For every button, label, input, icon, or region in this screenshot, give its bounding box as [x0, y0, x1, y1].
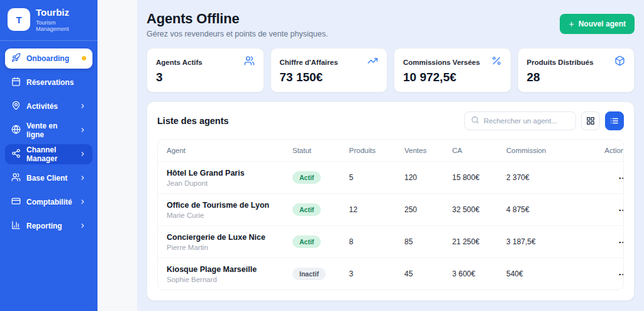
table-row[interactable]: Kiosque Plage Marseille Sophie Bernard I… — [158, 257, 623, 290]
chevron-right-icon — [79, 198, 86, 205]
agent-ventes: 85 — [404, 237, 452, 246]
stat-label: Commissions Versées — [403, 59, 480, 66]
trending-up-icon — [367, 55, 378, 69]
sidebar-item-label: Channel Manager — [26, 145, 72, 163]
brand-initial: T — [16, 14, 21, 25]
notification-dot-icon — [82, 56, 86, 60]
agent-name: Kiosque Plage Marseille — [167, 264, 292, 274]
agent-search-input[interactable] — [484, 117, 569, 125]
row-actions-button[interactable]: ⋯ — [618, 268, 624, 280]
sidebar-item-label: Activités — [26, 102, 58, 111]
sidebar-item-channel-manager[interactable]: Channel Manager — [5, 144, 92, 164]
agent-name: Hôtel Le Grand Paris — [167, 168, 292, 178]
row-actions-button[interactable]: ⋯ — [618, 236, 624, 248]
users-icon — [244, 55, 255, 69]
agent-ventes: 45 — [404, 269, 452, 278]
list-icon — [610, 116, 619, 125]
agent-ventes: 120 — [404, 173, 452, 182]
stat-label: Produits Distribués — [527, 59, 594, 66]
table-header-row: Agent Statut Produits Ventes CA Commissi… — [158, 140, 623, 161]
stat-label: Chiffre d'Affaires — [280, 59, 338, 66]
sidebar-item-base-client[interactable]: Base Client — [5, 168, 92, 188]
brand-tagline: Tourism Management — [36, 20, 90, 32]
status-badge: Actif — [292, 203, 321, 216]
agent-ca: 32 500€ — [452, 205, 506, 214]
agent-contact: Marie Curie — [167, 212, 292, 219]
status-badge: Actif — [292, 235, 321, 248]
sidebar-nav: Onboarding Réservations Activités Vente … — [0, 41, 97, 244]
table-row[interactable]: Office de Tourisme de Lyon Marie Curie A… — [158, 193, 623, 225]
new-agent-label: Nouvel agent — [579, 20, 626, 28]
sidebar-item-vente-en-ligne[interactable]: Vente en ligne — [5, 120, 92, 140]
search-icon — [471, 115, 479, 127]
map-pin-icon — [11, 101, 21, 112]
chevron-right-icon — [79, 127, 86, 133]
sidebar-item-activites[interactable]: Activités — [5, 96, 92, 116]
page-subtitle: Gérez vos revendeurs et points de vente … — [147, 30, 328, 38]
package-icon — [614, 55, 625, 69]
agent-commission: 3 187,5€ — [506, 237, 593, 246]
list-view-button[interactable] — [605, 111, 624, 130]
rocket-icon — [11, 53, 21, 64]
agent-produits: 8 — [349, 237, 404, 246]
agent-ca: 3 600€ — [452, 269, 506, 278]
sidebar-item-label: Onboarding — [26, 54, 69, 63]
agent-ventes: 250 — [404, 205, 452, 214]
agent-produits: 3 — [349, 269, 404, 278]
agent-contact: Jean Dupont — [167, 179, 292, 187]
chevron-right-icon — [79, 222, 86, 229]
sidebar-item-onboarding[interactable]: Onboarding — [5, 48, 92, 69]
agent-search[interactable] — [464, 111, 576, 130]
sidebar-item-reporting[interactable]: Reporting — [5, 216, 92, 236]
grid-view-button[interactable] — [581, 111, 600, 130]
stat-value: 73 150€ — [280, 71, 379, 84]
stat-value: 28 — [527, 71, 626, 84]
globe-icon — [11, 125, 21, 136]
users-icon — [11, 172, 21, 184]
row-actions-button[interactable]: ⋯ — [618, 204, 624, 216]
brand-logo: T — [8, 8, 30, 31]
stat-card-chiffre-affaires: Chiffre d'Affaires 73 150€ — [270, 48, 388, 93]
col-statut: Statut — [292, 147, 349, 154]
page-title: Agents Offline — [147, 11, 328, 27]
stat-label: Agents Actifs — [156, 59, 203, 66]
chevron-right-icon — [79, 103, 86, 110]
sidebar-item-label: Base Client — [26, 174, 67, 183]
agents-panel: Liste des agents Agent Statut Produits — [147, 101, 635, 301]
grid-icon — [586, 116, 595, 125]
agent-ca: 21 250€ — [452, 237, 506, 246]
page-header: Agents Offline Gérez vos revendeurs et p… — [147, 11, 635, 38]
col-ventes: Ventes — [404, 147, 452, 154]
agent-produits: 5 — [349, 173, 404, 182]
sidebar-item-label: Vente en ligne — [26, 122, 74, 139]
agents-panel-title: Liste des agents — [157, 116, 229, 126]
agent-commission: 540€ — [506, 269, 593, 278]
col-produits: Produits — [349, 147, 404, 154]
credit-card-icon — [11, 196, 21, 208]
status-badge: Inactif — [292, 268, 326, 280]
sidebar-item-label: Comptabilité — [26, 198, 72, 206]
agents-table: Agent Statut Produits Ventes CA Commissi… — [157, 139, 624, 290]
sidebar: T Tourbiz Tourism Management Onboarding … — [0, 0, 97, 311]
percent-icon — [491, 55, 502, 69]
row-actions-button[interactable]: ⋯ — [618, 172, 624, 184]
stat-value: 10 972,5€ — [403, 71, 502, 84]
chevron-right-icon — [79, 174, 86, 181]
new-agent-button[interactable]: + Nouvel agent — [560, 14, 635, 34]
agent-name: Office de Tourisme de Lyon — [167, 200, 292, 210]
col-agent: Agent — [167, 147, 292, 154]
calendar-icon — [11, 77, 21, 88]
table-row[interactable]: Hôtel Le Grand Paris Jean Dupont Actif 5… — [158, 161, 623, 193]
agent-produits: 12 — [349, 205, 404, 214]
agent-ca: 15 800€ — [452, 173, 506, 182]
stats-row: Agents Actifs 3 Chiffre d'Affaires 73 15… — [147, 48, 635, 93]
brand: T Tourbiz Tourism Management — [0, 0, 97, 41]
sidebar-item-comptabilite[interactable]: Comptabilité — [5, 192, 92, 212]
table-row[interactable]: Conciergerie de Luxe Nice Pierre Martin … — [158, 225, 623, 257]
sidebar-item-reservations[interactable]: Réservations — [5, 72, 92, 93]
plus-icon: + — [569, 20, 574, 28]
agent-commission: 4 875€ — [506, 205, 593, 214]
agent-commission: 2 370€ — [506, 173, 593, 182]
main-content: Agents Offline Gérez vos revendeurs et p… — [137, 0, 644, 311]
chevron-right-icon — [79, 150, 86, 157]
